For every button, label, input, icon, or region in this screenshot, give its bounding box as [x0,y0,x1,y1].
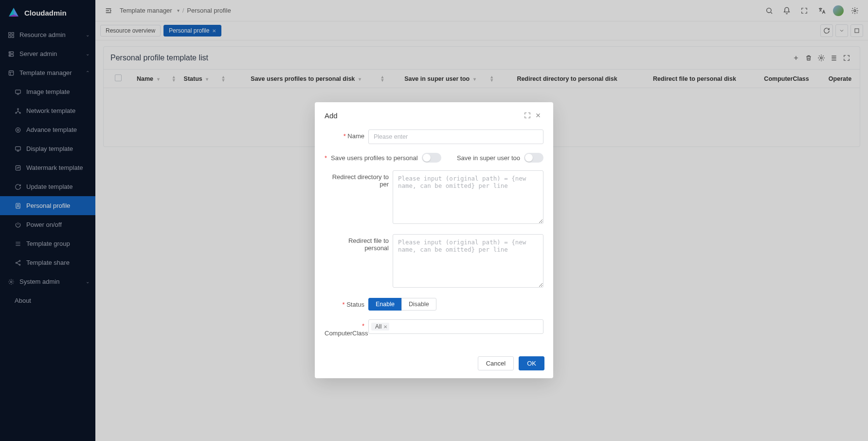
row-class: ComputerClass All ✕ [325,319,543,337]
modal-body: Name * Save users profiles to personal S… [315,125,553,350]
label-status: Status [325,298,368,308]
close-icon[interactable] [533,110,543,121]
status-segmented: Enable Disable [368,298,543,311]
status-enable[interactable]: Enable [368,298,402,311]
class-select[interactable]: All ✕ [368,319,543,334]
modal-add: Add Name * Save users profiles to person… [315,102,553,378]
row-status: Status Enable Disable [325,298,543,311]
row-name: Name [325,129,543,144]
ok-button[interactable]: OK [519,356,544,370]
cancel-button[interactable]: Cancel [478,356,514,370]
toggle-save-super[interactable] [524,153,543,163]
redirect-file-textarea[interactable] [393,234,543,288]
toggle-save-profiles[interactable] [422,153,441,163]
label-save-profiles: Save users profiles to personal [331,154,417,162]
class-tag: All ✕ [371,323,389,331]
row-toggles: * Save users profiles to personal Save i… [325,153,543,163]
label-save-super: Save in super user too [457,154,520,162]
label-redirect-dir: Redirect directory to per [325,170,393,188]
name-input[interactable] [368,129,543,144]
modal-overlay[interactable]: Add Name * Save users profiles to person… [0,0,868,441]
row-redirect-file: Redirect file to personal [325,234,543,289]
modal-title: Add [325,111,338,120]
label-class: ComputerClass [325,319,368,337]
modal-fullscreen-icon[interactable] [522,110,533,121]
modal-head: Add [315,102,553,125]
remove-tag-icon[interactable]: ✕ [383,324,387,330]
status-disable[interactable]: Disable [401,298,436,311]
modal-foot: Cancel OK [315,350,553,378]
label-redirect-file: Redirect file to personal [325,234,393,252]
label-name: Name [325,129,368,140]
row-redirect-dir: Redirect directory to per [325,170,543,225]
redirect-dir-textarea[interactable] [393,170,543,224]
